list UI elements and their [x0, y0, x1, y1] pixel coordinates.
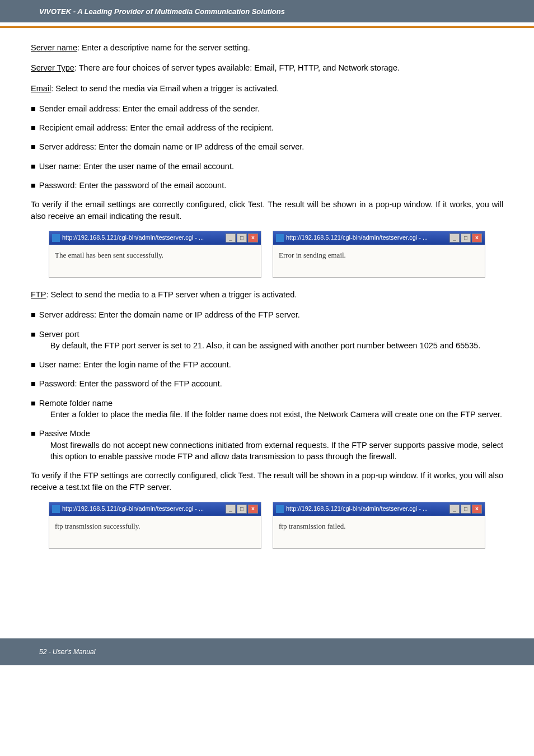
bullet-head: Passive Mode [39, 429, 90, 438]
bullet-item: ■ Server port By default, the FTP port s… [31, 329, 503, 352]
ftp-label: FTP [31, 290, 46, 299]
server-name-para: Server name: Enter a descriptive name fo… [31, 42, 503, 53]
ftp-verify-para: To verify if the FTP settings are correc… [31, 470, 503, 493]
popup-titlebar: http://192.168.5.121/cgi-bin/admin/tests… [49, 502, 261, 516]
bullet-item: ■Password: Enter the password of the FTP… [31, 378, 503, 389]
bullet-item: ■User name: Enter the login name of the … [31, 359, 503, 370]
popup-titlebar: http://192.168.5.121/cgi-bin/admin/tests… [273, 231, 485, 245]
popup-title-text: http://192.168.5.121/cgi-bin/admin/tests… [52, 234, 204, 242]
email-label: Email [31, 84, 51, 93]
bullet-text: Password: Enter the password of the emai… [39, 180, 503, 191]
popup-body: ftp transmission failed. [273, 516, 485, 548]
bullet-head: Server port [39, 330, 79, 339]
ie-icon [276, 234, 284, 242]
bullet-icon: ■ [31, 122, 36, 133]
email-popup-row: http://192.168.5.121/cgi-bin/admin/tests… [31, 231, 503, 278]
bullet-head: Remote folder name [39, 399, 113, 408]
popup-body: Error in sending email. [273, 245, 485, 277]
window-buttons: _ □ × [449, 505, 482, 514]
page-header: VIVOTEK - A Leading Provider of Multimed… [0, 0, 534, 22]
ftp-para: FTP: Select to send the media to a FTP s… [31, 289, 503, 300]
bullet-icon: ■ [31, 161, 36, 172]
bullet-text: Sender email address: Enter the email ad… [39, 103, 503, 114]
maximize-button[interactable]: □ [237, 234, 247, 242]
email-para: Email: Select to send the media via Emai… [31, 83, 503, 94]
bullet-item: ■User name: Enter the user name of the e… [31, 161, 503, 172]
bullet-icon: ■ [31, 329, 36, 352]
close-button[interactable]: × [248, 234, 258, 242]
minimize-button[interactable]: _ [449, 234, 460, 242]
popup-url: http://192.168.5.121/cgi-bin/admin/tests… [62, 505, 204, 513]
server-type-label: Server Type [31, 63, 74, 72]
server-name-label: Server name [31, 43, 77, 52]
popup-url: http://192.168.5.121/cgi-bin/admin/tests… [62, 234, 204, 242]
bullet-body: Most firewalls do not accept new connect… [39, 440, 503, 463]
close-button[interactable]: × [472, 505, 482, 514]
maximize-button[interactable]: □ [461, 505, 471, 514]
popup-email-fail: http://192.168.5.121/cgi-bin/admin/tests… [273, 231, 485, 278]
bullet-icon: ■ [31, 428, 36, 462]
bullet-item: ■Server address: Enter the domain name o… [31, 141, 503, 152]
main-content: Server name: Enter a descriptive name fo… [0, 28, 534, 571]
minimize-button[interactable]: _ [226, 234, 236, 242]
bullet-text: Recipient email address: Enter the email… [39, 122, 503, 133]
bullet-item: ■ Remote folder name Enter a folder to p… [31, 398, 503, 421]
ftp-popup-row: http://192.168.5.121/cgi-bin/admin/tests… [31, 502, 503, 549]
window-buttons: _ □ × [449, 234, 482, 242]
ie-icon [276, 505, 284, 513]
popup-ftp-success: http://192.168.5.121/cgi-bin/admin/tests… [49, 502, 261, 549]
bullet-item: ■Password: Enter the password of the ema… [31, 180, 503, 191]
popup-title-text: http://192.168.5.121/cgi-bin/admin/tests… [52, 505, 204, 513]
minimize-button[interactable]: _ [226, 505, 236, 514]
header-title: VIVOTEK - A Leading Provider of Multimed… [39, 7, 285, 16]
ie-icon [52, 505, 60, 513]
bullet-icon: ■ [31, 180, 36, 191]
bullet-text: Remote folder name Enter a folder to pla… [39, 398, 503, 421]
popup-titlebar: http://192.168.5.121/cgi-bin/admin/tests… [49, 231, 261, 245]
close-button[interactable]: × [248, 505, 258, 514]
bullet-body: By default, the FTP port server is set t… [39, 340, 503, 351]
ftp-text: : Select to send the media to a FTP serv… [46, 290, 297, 299]
bullet-icon: ■ [31, 103, 36, 114]
popup-ftp-fail: http://192.168.5.121/cgi-bin/admin/tests… [273, 502, 485, 549]
ie-icon [52, 234, 60, 242]
bullet-item: ■ Passive Mode Most firewalls do not acc… [31, 428, 503, 462]
bullet-text: Server port By default, the FTP port ser… [39, 329, 503, 352]
popup-title-text: http://192.168.5.121/cgi-bin/admin/tests… [276, 234, 428, 242]
popup-email-success: http://192.168.5.121/cgi-bin/admin/tests… [49, 231, 261, 278]
maximize-button[interactable]: □ [461, 234, 471, 242]
bullet-icon: ■ [31, 141, 36, 152]
bullet-icon: ■ [31, 398, 36, 421]
bullet-text: User name: Enter the user name of the em… [39, 161, 503, 172]
server-type-text: : There are four choices of server types… [74, 63, 400, 72]
bullet-text: User name: Enter the login name of the F… [39, 359, 503, 370]
maximize-button[interactable]: □ [237, 505, 247, 514]
window-buttons: _ □ × [226, 234, 258, 242]
email-verify-para: To verify if the email settings are corr… [31, 199, 503, 222]
bullet-icon: ■ [31, 378, 36, 389]
bullet-text: Server address: Enter the domain name or… [39, 309, 503, 320]
bullet-icon: ■ [31, 309, 36, 320]
bullet-item: ■Sender email address: Enter the email a… [31, 103, 503, 114]
server-type-para: Server Type: There are four choices of s… [31, 62, 503, 73]
popup-url: http://192.168.5.121/cgi-bin/admin/tests… [286, 505, 428, 513]
bullet-icon: ■ [31, 359, 36, 370]
popup-url: http://192.168.5.121/cgi-bin/admin/tests… [286, 234, 428, 242]
popup-title-text: http://192.168.5.121/cgi-bin/admin/tests… [276, 505, 428, 513]
popup-body: ftp transmission successfully. [49, 516, 261, 548]
email-text: : Select to send the media via Email whe… [51, 84, 279, 93]
bullet-text: Password: Enter the password of the FTP … [39, 378, 503, 389]
server-name-text: : Enter a descriptive name for the serve… [77, 43, 250, 52]
popup-titlebar: http://192.168.5.121/cgi-bin/admin/tests… [273, 502, 485, 516]
bullet-text: Passive Mode Most firewalls do not accep… [39, 428, 503, 462]
page-footer: 52 - User's Manual [0, 638, 534, 665]
minimize-button[interactable]: _ [449, 505, 460, 514]
popup-body: The email has been sent successfully. [49, 245, 261, 277]
window-buttons: _ □ × [226, 505, 258, 514]
bullet-body: Enter a folder to place the media file. … [39, 409, 503, 420]
bullet-item: ■Recipient email address: Enter the emai… [31, 122, 503, 133]
bullet-item: ■Server address: Enter the domain name o… [31, 309, 503, 320]
footer-text: 52 - User's Manual [39, 648, 95, 656]
bullet-text: Server address: Enter the domain name or… [39, 141, 503, 152]
close-button[interactable]: × [472, 234, 482, 242]
